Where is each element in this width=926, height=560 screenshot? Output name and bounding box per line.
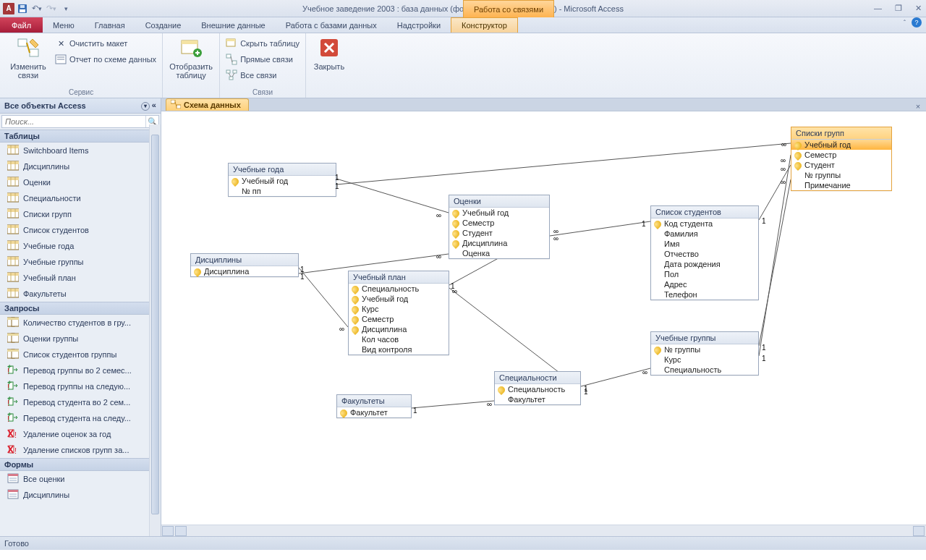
horizontal-scrollbar[interactable] [161, 525, 926, 536]
table-title[interactable]: Список студентов [651, 206, 758, 219]
nav-item[interactable]: Дисциплины [0, 487, 161, 503]
nav-item[interactable]: +!Перевод студента на следу... [0, 410, 161, 426]
edit-relations-button[interactable]: Изменить связи [6, 36, 51, 80]
nav-item[interactable]: Учебный план [0, 270, 161, 286]
table-title[interactable]: Учебные группы [651, 332, 758, 344]
table-box-sgrp[interactable]: Списки группУчебный годСеместрСтудент№ г… [791, 127, 892, 191]
table-title[interactable]: Факультеты [337, 395, 411, 407]
table-field[interactable]: Оценка [449, 248, 549, 258]
table-field[interactable]: Факультет [337, 407, 411, 417]
table-field[interactable]: Телефон [651, 289, 758, 300]
table-title[interactable]: Специальности [495, 372, 580, 384]
table-field[interactable]: Пол [651, 269, 758, 279]
table-field[interactable]: № группы [651, 344, 758, 355]
table-box-fak[interactable]: ФакультетыФакультет [336, 394, 412, 418]
navpane-header[interactable]: Все объекты Access ▾ « [0, 98, 161, 114]
table-box-disc[interactable]: ДисциплиныДисциплина [190, 253, 299, 277]
table-field[interactable]: Имя [651, 239, 758, 249]
close-icon[interactable]: ✕ [915, 4, 922, 13]
nav-item[interactable]: Списки групп [0, 206, 161, 222]
nav-item[interactable]: Список студентов группы [0, 347, 161, 362]
help-icon[interactable]: ? [912, 17, 922, 27]
restore-icon[interactable]: ❐ [895, 4, 902, 13]
table-title[interactable]: Оценки [449, 195, 549, 208]
qat-customize-icon[interactable]: ▾ [59, 2, 72, 15]
hide-table-button[interactable]: Скрыть таблицу [226, 36, 300, 51]
table-box-ocenki[interactable]: ОценкиУчебный годСеместрСтудентДисциплин… [449, 195, 550, 259]
nav-item[interactable]: Факультеты [0, 286, 161, 302]
scroll-right-icon[interactable] [913, 526, 925, 536]
direct-relations-button[interactable]: Прямые связи [226, 52, 300, 67]
app-logo[interactable]: A [3, 3, 14, 14]
relations-canvas[interactable]: Учебные годаУчебный год№ ппДисциплиныДис… [161, 111, 926, 525]
table-field[interactable]: Код студента [651, 219, 758, 229]
table-field[interactable]: Адрес [651, 279, 758, 289]
table-field[interactable]: Дата рождения [651, 259, 758, 269]
all-relations-button[interactable]: Все связи [226, 68, 300, 82]
table-field[interactable]: Учебный год [229, 176, 336, 186]
nav-group-Запросы[interactable]: Запросы⌃ [0, 302, 161, 315]
table-field[interactable]: Студент [449, 228, 549, 238]
table-field[interactable]: Дисциплина [349, 324, 449, 334]
table-field[interactable]: Фамилия [651, 229, 758, 239]
nav-group-Таблицы[interactable]: Таблицы⌃ [0, 130, 161, 143]
tab-конструктор[interactable]: Конструктор [451, 17, 518, 33]
table-field[interactable]: Вид контроля [349, 344, 449, 355]
save-icon[interactable] [16, 2, 29, 15]
nav-item[interactable]: !Удаление списков групп за... [0, 442, 161, 458]
table-field[interactable]: Дисциплина [191, 266, 298, 276]
minimize-icon[interactable]: — [874, 4, 882, 13]
show-table-button[interactable]: Отобразить таблицу [169, 36, 213, 80]
table-field[interactable]: Специальность [651, 365, 758, 375]
table-field[interactable]: Курс [349, 304, 449, 314]
table-box-ugr[interactable]: Учебные группы№ группыКурсСпециальность [650, 331, 759, 376]
search-input[interactable] [2, 116, 145, 127]
nav-item[interactable]: Оценки [0, 174, 161, 190]
nav-item[interactable]: Дисциплины [0, 158, 161, 174]
scroll-first-icon[interactable] [162, 526, 174, 536]
navpane-search[interactable]: 🔍 [1, 115, 159, 128]
table-field[interactable]: Факультет [495, 394, 580, 404]
table-box-plan[interactable]: Учебный планСпециальностьУчебный годКурс… [348, 271, 449, 355]
table-box-uc_goda[interactable]: Учебные годаУчебный год№ пп [228, 163, 336, 197]
nav-item[interactable]: Список студентов [0, 222, 161, 238]
table-field[interactable]: Семестр [449, 218, 549, 228]
table-field[interactable]: № пп [229, 186, 336, 196]
navpane-scrollbar[interactable] [149, 124, 161, 536]
table-title[interactable]: Учебный план [349, 271, 449, 284]
nav-item[interactable]: Учебные года [0, 238, 161, 254]
tab-schema[interactable]: Схема данных [166, 98, 249, 111]
table-field[interactable]: Отчество [651, 249, 758, 259]
nav-item[interactable]: Количество студентов в гру... [0, 315, 161, 331]
tab-меню[interactable]: Меню [43, 17, 85, 33]
table-field[interactable]: Учебный год [449, 208, 549, 218]
table-field[interactable]: Учебный год [349, 294, 449, 304]
tab-надстройки[interactable]: Надстройки [387, 17, 451, 33]
nav-item[interactable]: +!Перевод студента во 2 сем... [0, 394, 161, 410]
nav-item[interactable]: +!Перевод группы во 2 семес... [0, 362, 161, 378]
nav-item[interactable]: Switchboard Items [0, 143, 161, 158]
nav-item[interactable]: Специальности [0, 190, 161, 206]
redo-icon[interactable]: ↷▾ [45, 2, 58, 15]
table-field[interactable]: Семестр [791, 150, 891, 160]
tab-внешние данные[interactable]: Внешние данные [191, 17, 275, 33]
table-field[interactable]: Курс [651, 355, 758, 365]
table-field[interactable]: Студент [791, 160, 891, 170]
nav-item[interactable]: !Удаление оценок за год [0, 426, 161, 442]
nav-item[interactable]: Учебные группы [0, 254, 161, 270]
schema-report-button[interactable]: Отчет по схеме данных [55, 52, 156, 67]
table-title[interactable]: Списки групп [791, 127, 891, 140]
table-field[interactable]: Специальность [349, 284, 449, 294]
nav-item[interactable]: +!Перевод группы на следую... [0, 378, 161, 394]
nav-item[interactable]: Все оценки [0, 471, 161, 487]
table-field[interactable]: Дисциплина [449, 238, 549, 248]
clear-layout-button[interactable]: ✕Очистить макет [55, 36, 156, 51]
table-field[interactable]: Учебный год [791, 140, 891, 150]
nav-group-Формы[interactable]: Формы⌃ [0, 458, 161, 471]
tab-создание[interactable]: Создание [135, 17, 192, 33]
table-box-spec[interactable]: СпециальностиСпециальностьФакультет [494, 371, 581, 405]
scroll-left-icon[interactable] [175, 526, 187, 536]
table-field[interactable]: Семестр [349, 314, 449, 324]
nav-item[interactable]: Оценки группы [0, 331, 161, 347]
table-title[interactable]: Дисциплины [191, 254, 298, 266]
